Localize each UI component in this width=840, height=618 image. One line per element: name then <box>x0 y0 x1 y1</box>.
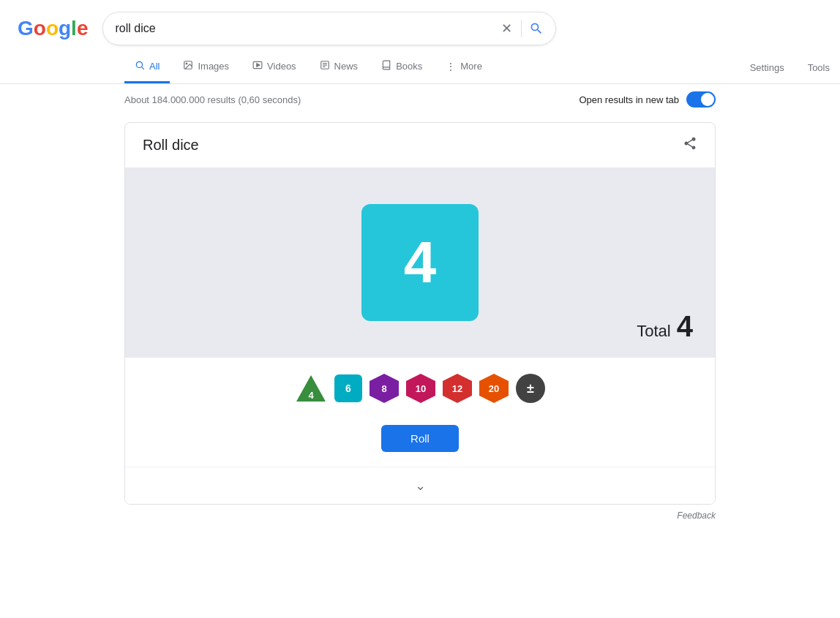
tab-images-label: Images <box>198 61 229 72</box>
search-bar: ✕ <box>102 12 556 45</box>
roll-dice-card: Roll dice 4 Total 4 4 <box>124 122 716 505</box>
total-value: 4 <box>677 310 693 343</box>
die-d20-label: 20 <box>489 383 499 394</box>
tab-more-label: More <box>460 61 482 72</box>
clear-icon[interactable]: ✕ <box>500 20 514 37</box>
die-d6-label: 6 <box>345 383 351 394</box>
dice-result: 4 <box>404 229 437 296</box>
card-title: Roll dice <box>143 137 199 154</box>
main-content: Roll dice 4 Total 4 4 <box>0 115 840 534</box>
card-header: Roll dice <box>125 123 715 167</box>
feedback-label: Feedback <box>677 510 716 521</box>
books-icon <box>381 60 391 72</box>
die-d6-button[interactable]: 6 <box>334 374 362 402</box>
tab-all[interactable]: All <box>124 51 170 83</box>
roll-button-row: Roll <box>125 419 715 467</box>
search-bar-wrapper: ✕ <box>102 12 556 45</box>
results-count: About 184.000.000 results (0,60 seconds) <box>124 94 301 105</box>
search-button[interactable] <box>529 21 544 36</box>
tools-button[interactable]: Tools <box>798 53 840 82</box>
nav-tabs: All Images Videos News Books ⋮ More Sett… <box>0 51 840 84</box>
die-d20-button[interactable]: 20 <box>479 374 509 403</box>
die-d4-button[interactable]: 4 <box>295 372 327 404</box>
toggle-circle <box>701 93 714 106</box>
svg-point-0 <box>136 61 142 67</box>
google-logo[interactable]: Google <box>18 17 88 40</box>
videos-icon <box>252 60 263 72</box>
images-icon <box>183 60 193 72</box>
roll-button[interactable]: Roll <box>381 425 459 452</box>
open-new-tab-toggle[interactable] <box>686 91 716 108</box>
all-icon <box>135 60 145 72</box>
tab-news-label: News <box>334 61 359 72</box>
search-input[interactable] <box>115 22 492 35</box>
svg-text:4: 4 <box>308 390 314 401</box>
tab-all-label: All <box>149 61 160 72</box>
more-dots-icon: ⋮ <box>446 61 456 72</box>
die-custom-label: ± <box>527 381 534 396</box>
tab-books[interactable]: Books <box>371 51 432 83</box>
share-icon[interactable] <box>683 136 697 154</box>
svg-line-1 <box>142 67 144 69</box>
dice-selector: 4 6 8 10 12 20 ± <box>125 358 715 419</box>
svg-point-3 <box>187 63 188 64</box>
die-d8-button[interactable]: 8 <box>370 374 399 403</box>
die-d10-label: 10 <box>416 383 426 394</box>
svg-marker-5 <box>257 64 260 67</box>
dice-area: 4 Total 4 <box>125 167 715 358</box>
open-new-tab-label: Open results in new tab <box>579 94 679 105</box>
die-custom-button[interactable]: ± <box>516 374 545 403</box>
header: Google ✕ <box>0 0 840 45</box>
chevron-down-icon: ⌄ <box>415 478 426 494</box>
die-d8-label: 8 <box>381 383 386 394</box>
total-text: Total <box>637 322 670 341</box>
results-info: About 184.000.000 results (0,60 seconds)… <box>0 84 840 115</box>
tab-news[interactable]: News <box>310 51 369 83</box>
feedback-row[interactable]: Feedback <box>124 505 716 527</box>
news-icon <box>320 60 330 72</box>
search-divider <box>521 20 522 37</box>
die-d10-button[interactable]: 10 <box>406 374 435 403</box>
settings-button[interactable]: Settings <box>740 53 795 82</box>
tab-videos-label: Videos <box>267 61 296 72</box>
open-new-tab-section: Open results in new tab <box>579 91 716 108</box>
tab-more[interactable]: ⋮ More <box>435 52 492 83</box>
tab-videos[interactable]: Videos <box>242 51 307 83</box>
expand-row[interactable]: ⌄ <box>125 467 715 504</box>
tab-books-label: Books <box>396 61 422 72</box>
total-display: Total 4 <box>637 310 693 343</box>
dice-display[interactable]: 4 <box>361 204 479 321</box>
die-d12-label: 12 <box>452 383 462 394</box>
tab-images[interactable]: Images <box>173 51 239 83</box>
die-d12-button[interactable]: 12 <box>443 374 472 403</box>
